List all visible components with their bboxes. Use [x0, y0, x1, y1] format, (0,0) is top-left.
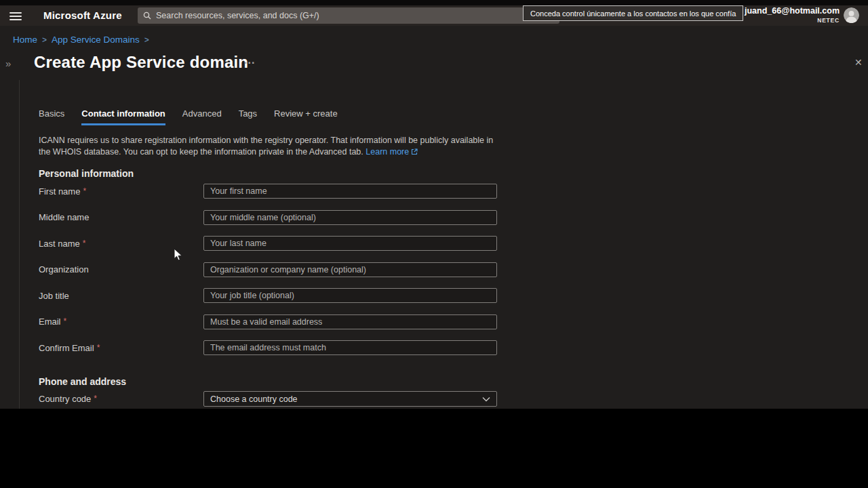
email-input[interactable]: [203, 314, 497, 329]
account-info[interactable]: juand_66@hotmail.com NETEC: [732, 7, 840, 24]
organization-row: Organization: [39, 262, 497, 277]
account-tenant: NETEC: [732, 18, 840, 24]
search-icon: [143, 12, 151, 20]
breadcrumb-separator-icon: >: [144, 35, 149, 45]
first-name-row: First name*: [39, 184, 497, 199]
email-label: Email*: [39, 317, 203, 327]
email-row: Email*: [39, 314, 497, 329]
confirm-email-label: Confirm Email*: [39, 343, 203, 353]
left-rail-divider: [19, 80, 20, 409]
required-asterisk: *: [83, 186, 86, 196]
country-code-row: Country code* Choose a country code: [39, 391, 497, 407]
required-asterisk: *: [97, 343, 100, 352]
account-email: juand_66@hotmail.com: [732, 7, 840, 16]
avatar[interactable]: [844, 7, 859, 23]
tab-tags[interactable]: Tags: [239, 108, 257, 125]
tab-contact-information[interactable]: Contact information: [81, 108, 165, 125]
wizard-tabs: Basics Contact information Advanced Tags…: [39, 108, 355, 125]
personal-information-heading: Personal information: [39, 168, 134, 179]
phone-and-address-heading: Phone and address: [39, 376, 126, 387]
bottom-letterbox: [0, 409, 868, 488]
external-link-icon: [411, 147, 418, 159]
icann-info-text: ICANN requires us to share registration …: [39, 135, 507, 159]
top-strip: [0, 0, 868, 5]
middle-name-label: Middle name: [39, 212, 203, 222]
create-app-service-domain-blade: » Home > App Service Domains > Create Ap…: [0, 26, 868, 409]
last-name-row: Last name*: [39, 236, 497, 251]
expand-panel-icon[interactable]: »: [5, 58, 11, 69]
global-search-box[interactable]: [138, 7, 559, 24]
country-code-dropdown[interactable]: Choose a country code: [203, 391, 497, 407]
required-asterisk: *: [83, 239, 86, 248]
hamburger-menu-icon[interactable]: [9, 10, 22, 20]
country-code-value: Choose a country code: [210, 394, 298, 404]
job-title-row: Job title: [39, 288, 497, 303]
middle-name-input[interactable]: [203, 210, 497, 225]
job-title-label: Job title: [39, 291, 203, 301]
learn-more-link[interactable]: Learn more: [366, 147, 418, 157]
confirm-email-row: Confirm Email*: [39, 340, 497, 355]
first-name-label: First name*: [39, 186, 203, 197]
breadcrumb-app-service-domains[interactable]: App Service Domains: [52, 35, 140, 45]
chevron-down-icon: [482, 396, 490, 402]
tooltip-bubble: Conceda control únicamente a los contact…: [523, 5, 743, 21]
breadcrumb-separator-icon: >: [42, 35, 47, 45]
azure-logo[interactable]: Microsoft Azure: [43, 9, 122, 21]
azure-portal-window: Microsoft Azure Conceda control únicamen…: [0, 0, 868, 488]
last-name-label: Last name*: [39, 239, 203, 249]
middle-name-row: Middle name: [39, 210, 497, 225]
page-title: Create App Service domain: [34, 53, 248, 72]
confirm-email-input[interactable]: [203, 340, 497, 355]
more-options-icon[interactable]: ...: [244, 54, 255, 66]
breadcrumb: Home > App Service Domains >: [13, 35, 149, 45]
breadcrumb-home[interactable]: Home: [13, 35, 37, 45]
tab-review-create[interactable]: Review + create: [274, 108, 338, 125]
tooltip-text: Conceda control únicamente a los contact…: [530, 9, 736, 18]
tab-advanced[interactable]: Advanced: [182, 108, 222, 125]
top-nav-bar: Microsoft Azure Conceda control únicamen…: [0, 5, 868, 26]
organization-input[interactable]: [203, 262, 497, 277]
last-name-input[interactable]: [203, 236, 497, 251]
person-icon: [844, 7, 859, 23]
required-asterisk: *: [64, 317, 67, 326]
first-name-input[interactable]: [203, 184, 497, 199]
tab-basics[interactable]: Basics: [39, 108, 64, 125]
close-icon[interactable]: ✕: [854, 57, 863, 68]
organization-label: Organization: [39, 264, 203, 274]
search-input[interactable]: [156, 11, 554, 20]
personal-information-form: First name* Middle name Last name* Organ…: [39, 184, 497, 367]
required-asterisk: *: [94, 394, 97, 403]
job-title-input[interactable]: [203, 288, 497, 303]
country-code-label: Country code*: [39, 394, 203, 404]
